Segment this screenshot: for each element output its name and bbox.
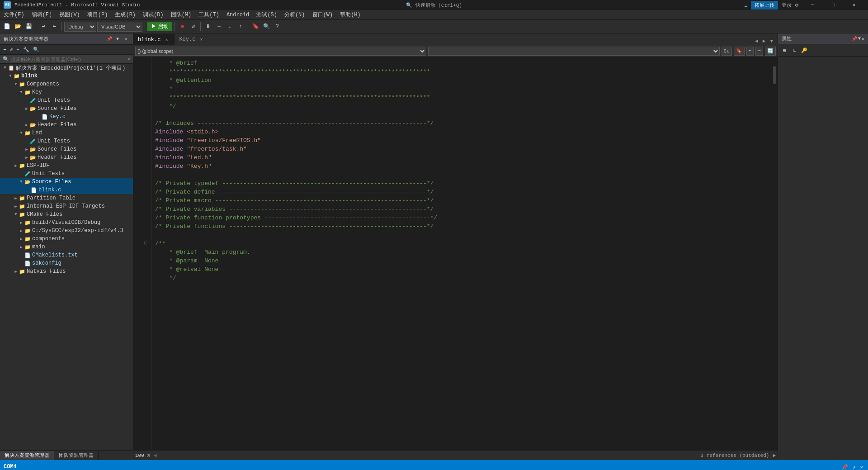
menu-file[interactable]: 文件(F) [0, 10, 28, 20]
search-input[interactable] [11, 57, 125, 62]
menu-build[interactable]: 生成(B) [111, 10, 139, 20]
explorer-props-btn[interactable]: 🔧 [22, 46, 31, 53]
tree-item-blink-c[interactable]: 📄 blink.c [0, 186, 133, 194]
run-button[interactable]: ▶ 启动 [147, 22, 172, 31]
tree-item-key[interactable]: ▼ 📁 Key [0, 88, 133, 96]
tree-item-led[interactable]: ▼ 📁 Led [0, 129, 133, 137]
tb-bookmark[interactable]: 🔖 [250, 22, 260, 32]
config-dropdown[interactable]: Debug Release [64, 22, 96, 32]
terminal-pin-btn[interactable]: 📌 [840, 464, 849, 470]
upload-btn[interactable]: 拓展上传 [751, 1, 778, 9]
fold-indicator[interactable]: ⊟ [144, 239, 147, 248]
menu-debug[interactable]: 调试(D) [139, 10, 167, 20]
explorer-collapse-btn[interactable]: − [15, 46, 21, 53]
tb-undo[interactable]: ↩ [38, 22, 48, 32]
tree-item-led-header-files[interactable]: ▶ 📂 Header Files [0, 153, 133, 161]
menu-android[interactable]: Android [223, 10, 253, 20]
explorer-home-btn[interactable]: ⬅ [2, 46, 8, 53]
tree-item-key-c[interactable]: 📄 Key.c [0, 113, 133, 121]
tab-key-c[interactable]: Key.c ✕ [175, 34, 209, 45]
tree-item-esp-unit-tests[interactable]: 🧪 Unit Tests [0, 170, 133, 178]
menu-view[interactable]: 视图(V) [56, 10, 84, 20]
explorer-filter-btn[interactable]: 🔍 [32, 46, 41, 53]
menu-project[interactable]: 项目(P) [84, 10, 112, 20]
tree-item-components-dir[interactable]: ▶ 📁 components [0, 235, 133, 243]
tab-blink-c[interactable]: blink.c ✕ [133, 34, 175, 45]
tab-nav-left[interactable]: ◀ [753, 37, 760, 45]
code-content[interactable]: * @brief *******************************… [151, 57, 778, 450]
tree-item-internal-esp[interactable]: ▶ 📁 Internal ESP-IDF Targets [0, 202, 133, 210]
tree-item-esp-source-files[interactable]: ▼ 📂 Source Files [0, 178, 133, 186]
tb-restart[interactable]: ↺ [188, 22, 198, 32]
tree-item-key-unit-tests[interactable]: 🧪 Unit Tests [0, 96, 133, 104]
tb-redo[interactable]: ↪ [49, 22, 59, 32]
nav-sync-btn[interactable]: 🔄 [765, 47, 776, 56]
team-explorer-tab[interactable]: 团队资源管理器 [54, 451, 99, 460]
tree-item-key-source-files[interactable]: ▶ 📂 Source Files [0, 104, 133, 113]
nav-fwd-btn[interactable]: ➡ [755, 47, 763, 56]
nav-go-btn[interactable]: Go [722, 47, 732, 56]
props-close-btn[interactable]: ✕ [862, 36, 864, 42]
tree-item-blink[interactable]: ▼ 📁 blink [0, 72, 133, 80]
tb-pause[interactable]: ⏸ [203, 22, 213, 32]
editor-vscrollbar[interactable] [771, 57, 778, 440]
tb-save[interactable]: 💾 [24, 22, 33, 32]
prop-grid-btn[interactable]: ⊞ [780, 46, 789, 55]
tree-item-led-unit-tests[interactable]: 🧪 Unit Tests [0, 137, 133, 145]
nav-right-btn[interactable]: ▶ [773, 452, 776, 458]
scope-dropdown[interactable]: () (global scope) [135, 47, 426, 56]
settings-icon[interactable]: ⚙ [795, 2, 798, 9]
panel-close-btn[interactable]: ✕ [122, 35, 129, 43]
menu-team[interactable]: 团队(M) [167, 10, 195, 20]
solution-explorer-tab[interactable]: 解决方案资源管理器 [0, 451, 54, 460]
tab-key-close[interactable]: ✕ [198, 36, 204, 43]
tree-item-sysgcc[interactable]: ▶ 📁 C:/SysGCC/esp32/esp-idf/v4.3 [0, 227, 133, 235]
tb-open[interactable]: 📂 [13, 22, 23, 32]
login-link[interactable]: 登录 [782, 2, 792, 9]
tb-find[interactable]: 🔍 [261, 22, 271, 32]
minimize-btn[interactable]: ─ [802, 0, 823, 10]
menu-edit[interactable]: 编辑(E) [28, 10, 56, 20]
tree-item-cmake-files[interactable]: ▼ 📁 CMake Files [0, 210, 133, 218]
props-menu-btn[interactable]: ▼ [858, 36, 861, 42]
tree-item-components[interactable]: ▼ 📁 Components [0, 80, 133, 88]
platform-dropdown[interactable]: VisualGDB [97, 22, 142, 32]
tree-item-key-header-files[interactable]: ▶ 📂 Header Files [0, 121, 133, 129]
tb-stepout[interactable]: ↑ [236, 22, 245, 32]
pin-btn[interactable]: 📌 [106, 35, 113, 43]
nav-back-btn[interactable]: ⬅ [746, 47, 754, 56]
menu-analyze[interactable]: 分析(N) [281, 10, 309, 20]
props-pin-btn[interactable]: 📌 [852, 36, 857, 42]
tree-item-main[interactable]: ▶ 📁 main [0, 243, 133, 251]
tab-list-btn[interactable]: ▼ [768, 38, 775, 45]
explorer-refresh-btn[interactable]: ↺ [9, 46, 14, 53]
tab-nav-right[interactable]: ▶ [761, 37, 768, 45]
tree-item-natvis[interactable]: ▶ 📁 Natvis Files [0, 267, 133, 275]
menu-help[interactable]: 帮助(H) [336, 10, 364, 20]
prop-filter-btn[interactable]: 🔑 [800, 46, 809, 55]
symbol-dropdown[interactable] [428, 47, 719, 56]
tree-item-partition-table[interactable]: ▶ 📁 Partition Table [0, 194, 133, 202]
menu-window[interactable]: 窗口(W) [309, 10, 337, 20]
tree-item-sdkconfig[interactable]: 📄 sdkconfig [0, 259, 133, 267]
tree-item-cmakelists[interactable]: 📄 CMakelists.txt [0, 251, 133, 259]
tree-item-solution[interactable]: ▼ 📋 解决方案'EmbeddedProject1'(1 个项目) [0, 64, 133, 72]
terminal-close-btn[interactable]: ✕ [859, 464, 864, 470]
tb-stepinto[interactable]: ↓ [225, 22, 235, 32]
menu-test[interactable]: 测试(S) [253, 10, 281, 20]
prop-sort-btn[interactable]: ⇅ [790, 46, 799, 55]
tb-stop[interactable]: ■ [177, 22, 187, 32]
nav-bookmark-btn[interactable]: 🔖 [734, 47, 745, 56]
tab-blink-close[interactable]: ✕ [163, 37, 170, 43]
panel-menu-btn[interactable]: ▼ [114, 35, 121, 43]
tb-new[interactable]: 📄 [2, 22, 12, 32]
tree-item-esp-idf[interactable]: ▶ 📁 ESP-IDF [0, 161, 133, 170]
tree-item-build-debug[interactable]: ▶ 📁 build/VisualGDB/Debug [0, 218, 133, 227]
maximize-btn[interactable]: □ [823, 0, 844, 10]
tb-stepover[interactable]: → [214, 22, 224, 32]
tb-help[interactable]: ? [272, 22, 282, 32]
search-clear-btn[interactable]: ✕ [127, 56, 130, 62]
quick-search-box[interactable]: 🔍 快速启动 (Ctrl+Q) [406, 2, 462, 9]
menu-tools[interactable]: 工具(T) [195, 10, 223, 20]
terminal-float-btn[interactable]: ↗ [851, 464, 857, 470]
